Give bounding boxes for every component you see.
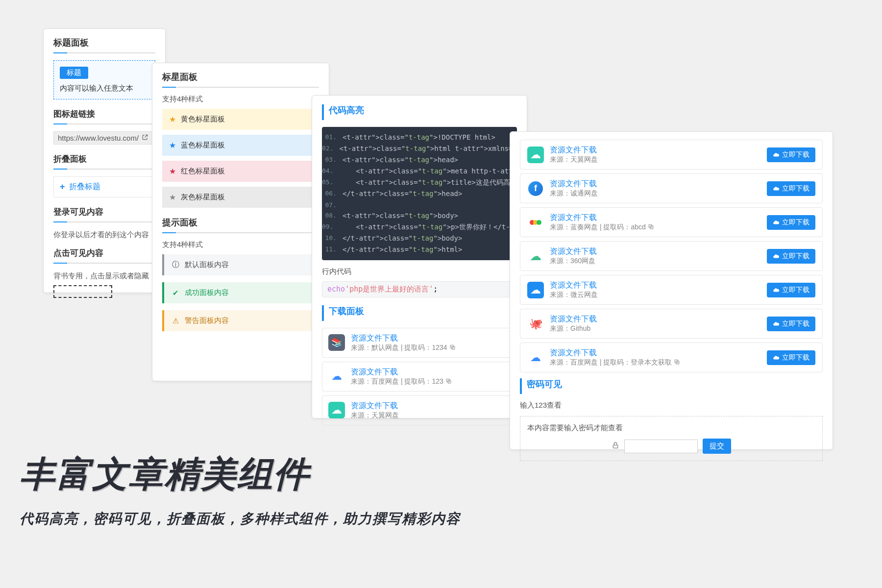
hero-title: 丰富文章精美组件 [20,451,310,498]
alert-subtext: 支持4种样式 [162,240,319,249]
card-downloads: ☁资源文件下载来源：天翼网盘立即下载f资源文件下载来源：诚通网盘立即下载资源文件… [510,131,833,450]
default-icon: 📚 [328,334,345,351]
copy-icon[interactable] [674,359,680,367]
hero-subtitle: 代码高亮，密码可见，折叠面板，多种样式组件，助力撰写精彩内容 [20,510,461,528]
info-icon: ⓘ [171,261,180,270]
heading-link: 图标超链接 [53,108,155,124]
download-title[interactable]: 资源文件下载 [550,246,597,257]
heading-password: 密码可见 [520,378,823,394]
code-block: 01.<t-attr">class="t-tag">!DOCTYPE html>… [322,127,517,260]
download-sub: 来源：百度网盘 | 提取码：登录本文获取 [550,358,680,367]
download-button[interactable]: 立即下载 [767,317,815,331]
star-icon: ★ [169,193,176,202]
heading-accordion: 折叠面板 [53,153,155,170]
download-sub: 来源：百度网盘 | 提取码：123 [351,377,452,386]
lanzou-icon [527,214,544,231]
heading-star-panel: 标星面板 [162,71,319,88]
download-sub: 来源：诚通网盘 [550,189,598,198]
click-text: 背书专用，点击显示或者隐藏 [53,270,155,282]
card-code: 代码高亮 01.<t-attr">class="t-tag">!DOCTYPE … [312,95,527,418]
alert-success: ✔成功面板内容 [162,282,319,303]
download-sub: 来源：默认网盘 | 提取码：1234 [351,343,456,352]
download-title[interactable]: 资源文件下载 [550,179,598,189]
dashed-body-text: 内容可以输入任意文本 [60,84,149,93]
plus-icon: + [60,182,65,192]
heading-title-panel: 标题面板 [53,37,155,53]
download-title[interactable]: 资源文件下载 [550,348,680,358]
inline-code: echo'php是世界上最好的语言'; [322,281,517,297]
tianyi-icon: ☁ [328,402,345,418]
download-title[interactable]: 资源文件下载 [351,401,399,411]
download-title[interactable]: 资源文件下载 [351,333,456,343]
download-row: 资源文件下载来源：蓝奏网盘 | 提取码：abcd立即下载 [520,207,823,237]
star-row-blue: ★蓝色标星面板 [162,135,319,156]
download-title[interactable]: 资源文件下载 [550,145,598,155]
card-star-panel: 标星面板 支持4种样式 ★黄色标星面板 ★蓝色标星面板 ★红色标星面板 ★灰色标… [152,63,329,381]
heading-code-highlight: 代码高亮 [322,104,517,120]
heading-click: 点击可见内容 [53,247,155,264]
download-sub: 来源：360网盘 [550,257,597,266]
star-row-gray: ★灰色标星面板 [162,187,319,208]
password-hint: 输入123查看 [520,401,823,410]
download-list-small: 📚资源文件下载来源：默认网盘 | 提取码：1234☁资源文件下载来源：百度网盘 … [322,328,517,425]
download-button[interactable]: 立即下载 [767,147,815,162]
download-row: ☁资源文件下载来源：微云网盘立即下载 [520,275,823,305]
password-input[interactable] [624,440,698,453]
download-button[interactable]: 立即下载 [767,350,815,365]
download-row: f资源文件下载来源：诚通网盘立即下载 [520,173,823,203]
weiyun-icon: ☁ [527,282,544,298]
download-sub: 来源：天翼网盘 [351,411,399,420]
download-title[interactable]: 资源文件下载 [550,213,654,223]
download-row: ☁资源文件下载来源：360网盘立即下载 [520,241,823,271]
baidu-icon: ☁ [527,349,544,366]
chengtong-icon: f [527,180,544,197]
copy-icon[interactable] [445,378,452,386]
download-row: 📚资源文件下载来源：默认网盘 | 提取码：1234 [322,328,517,358]
heading-download: 下载面板 [322,305,517,321]
copy-icon[interactable] [648,223,654,231]
download-row: ☁资源文件下载来源：百度网盘 | 提取码：登录本文获取立即下载 [520,343,823,372]
password-submit-button[interactable]: 提交 [703,439,731,454]
check-icon: ✔ [171,289,180,297]
github-icon: 🐙 [527,316,544,332]
download-sub: 来源：Github [550,324,597,333]
link-box[interactable]: https://www.lovestu.com/ [53,131,153,145]
external-link-icon [142,134,148,142]
download-row: ☁资源文件下载来源：天翼网盘 [322,395,517,425]
download-row: ☁资源文件下载来源：天翼网盘立即下载 [520,140,823,170]
copy-icon[interactable] [449,344,456,352]
dashed-box: 标题 内容可以输入任意文本 [53,60,155,99]
alert-info: ⓘ默认面板内容 [162,254,319,275]
netease-icon: ☁ [527,248,544,265]
star-icon: ★ [169,167,176,176]
alert-warn: ⚠警告面板内容 [162,310,319,331]
download-title[interactable]: 资源文件下载 [550,280,598,291]
star-icon: ★ [169,141,176,150]
link-url-text: https://www.lovestu.com/ [58,134,139,142]
download-button[interactable]: 立即下载 [767,215,815,230]
heading-login: 登录可见内容 [53,206,155,222]
download-list-big: ☁资源文件下载来源：天翼网盘立即下载f资源文件下载来源：诚通网盘立即下载资源文件… [520,140,823,372]
star-subtext: 支持4种样式 [162,95,319,104]
heading-alert-panel: 提示面板 [162,217,319,233]
download-button[interactable]: 立即下载 [767,249,815,264]
warning-icon: ⚠ [171,317,180,325]
password-msg: 本内容需要输入密码才能查看 [527,423,815,433]
download-title[interactable]: 资源文件下载 [351,367,452,377]
download-row: ☁资源文件下载来源：百度网盘 | 提取码：123 [322,362,517,392]
login-text: 你登录以后才看的到这个内容 [53,229,155,241]
accordion-row[interactable]: + 折叠标题 [53,176,155,197]
download-button[interactable]: 立即下载 [767,181,815,196]
download-row: 🐙资源文件下载来源：Github立即下载 [520,309,823,339]
tianyi-icon: ☁ [527,147,544,163]
star-icon: ★ [169,115,176,124]
download-sub: 来源：微云网盘 [550,291,598,299]
svg-rect-8 [613,445,617,448]
download-button[interactable]: 立即下载 [767,283,815,297]
download-title[interactable]: 资源文件下载 [550,314,597,324]
star-row-red: ★红色标星面板 [162,161,319,182]
download-sub: 来源：天翼网盘 [550,155,598,164]
tag-title: 标题 [60,67,88,79]
dashed-placeholder[interactable] [53,285,112,298]
inline-code-label: 行内代码 [322,266,517,277]
